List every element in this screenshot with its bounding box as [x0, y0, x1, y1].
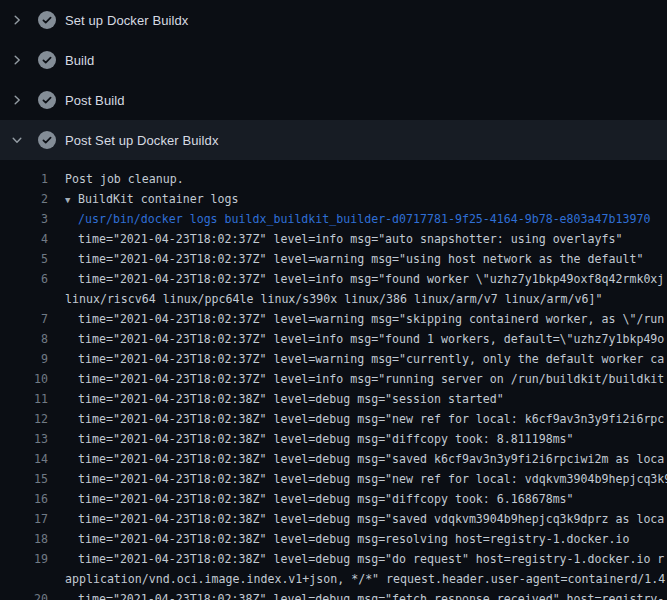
log-line: 9time="2021-04-23T18:02:37Z" level=warni… — [0, 349, 667, 369]
log-text: time="2021-04-23T18:02:37Z" level=warnin… — [78, 249, 643, 269]
log-line: 4time="2021-04-23T18:02:37Z" level=info … — [0, 229, 667, 249]
line-number[interactable]: 8 — [0, 329, 48, 349]
log-text: time="2021-04-23T18:02:38Z" level=debug … — [78, 529, 629, 549]
line-number[interactable]: 4 — [0, 229, 48, 249]
actions-log-viewer: Set up Docker BuildxBuildPost BuildPost … — [0, 0, 667, 600]
chevron-down-icon[interactable] — [11, 134, 23, 146]
step-row-0[interactable]: Set up Docker Buildx — [0, 0, 667, 40]
log-line: 3/usr/bin/docker logs buildx_buildkit_bu… — [0, 209, 667, 229]
line-number[interactable]: 12 — [0, 409, 48, 429]
step-label: Set up Docker Buildx — [65, 13, 188, 28]
log-group-header[interactable]: ▼BuildKit container logs — [65, 189, 239, 209]
log-line: 14time="2021-04-23T18:02:38Z" level=debu… — [0, 449, 667, 469]
check-circle-icon — [38, 131, 56, 149]
line-number[interactable]: 11 — [0, 389, 48, 409]
line-number — [0, 569, 48, 589]
log-text: time="2021-04-23T18:02:37Z" level=warnin… — [78, 349, 664, 369]
check-circle-icon — [38, 91, 56, 109]
log-text: time="2021-04-23T18:02:38Z" level=debug … — [78, 409, 664, 429]
log-text: time="2021-04-23T18:02:38Z" level=debug … — [78, 389, 504, 409]
line-number[interactable]: 14 — [0, 449, 48, 469]
log-text: time="2021-04-23T18:02:37Z" level=info m… — [78, 269, 664, 289]
log-text: time="2021-04-23T18:02:37Z" level=info m… — [78, 329, 664, 349]
line-number[interactable]: 6 — [0, 269, 48, 289]
check-circle-icon — [38, 11, 56, 29]
line-number[interactable]: 19 — [0, 549, 48, 569]
log-text: time="2021-04-23T18:02:38Z" level=debug … — [78, 509, 664, 529]
chevron-right-icon[interactable] — [11, 14, 23, 26]
log-text: time="2021-04-23T18:02:38Z" level=debug … — [78, 549, 664, 569]
log-text: time="2021-04-23T18:02:38Z" level=debug … — [78, 469, 667, 489]
log-line: 20time="2021-04-23T18:02:38Z" level=debu… — [0, 589, 667, 600]
log-line: 7time="2021-04-23T18:02:37Z" level=warni… — [0, 309, 667, 329]
log-text: linux/riscv64 linux/ppc64le linux/s390x … — [65, 289, 602, 309]
log-line: 6time="2021-04-23T18:02:37Z" level=info … — [0, 269, 667, 289]
line-number[interactable]: 18 — [0, 529, 48, 549]
log-text: time="2021-04-23T18:02:38Z" level=debug … — [78, 449, 664, 469]
step-row-3[interactable]: Post Set up Docker Buildx — [0, 120, 667, 160]
chevron-right-icon[interactable] — [11, 54, 23, 66]
line-number[interactable]: 13 — [0, 429, 48, 449]
log-text: time="2021-04-23T18:02:38Z" level=debug … — [78, 489, 574, 509]
log-text: time="2021-04-23T18:02:38Z" level=debug … — [78, 589, 664, 600]
log-text: time="2021-04-23T18:02:37Z" level=info m… — [78, 369, 664, 389]
log-command-text: /usr/bin/docker logs buildx_buildkit_bui… — [78, 209, 650, 229]
log-line: 11time="2021-04-23T18:02:38Z" level=debu… — [0, 389, 667, 409]
log-output: 1Post job cleanup.2▼BuildKit container l… — [0, 160, 667, 600]
line-number[interactable]: 1 — [0, 169, 48, 189]
line-number[interactable]: 5 — [0, 249, 48, 269]
check-circle-icon — [38, 51, 56, 69]
log-line: 2▼BuildKit container logs — [0, 189, 667, 209]
line-number[interactable]: 9 — [0, 349, 48, 369]
line-number[interactable]: 7 — [0, 309, 48, 329]
step-row-2[interactable]: Post Build — [0, 80, 667, 120]
step-label: Build — [65, 53, 94, 68]
log-line: 13time="2021-04-23T18:02:38Z" level=debu… — [0, 429, 667, 449]
log-line: 5time="2021-04-23T18:02:37Z" level=warni… — [0, 249, 667, 269]
log-line: 12time="2021-04-23T18:02:38Z" level=debu… — [0, 409, 667, 429]
step-label: Post Set up Docker Buildx — [65, 133, 219, 148]
log-text: application/vnd.oci.image.index.v1+json,… — [65, 569, 665, 589]
log-text: time="2021-04-23T18:02:37Z" level=warnin… — [78, 309, 664, 329]
line-number[interactable]: 17 — [0, 509, 48, 529]
line-number[interactable]: 20 — [0, 589, 48, 600]
line-number[interactable]: 10 — [0, 369, 48, 389]
disclosure-triangle-icon[interactable]: ▼ — [65, 190, 78, 209]
steps-list: Set up Docker BuildxBuildPost BuildPost … — [0, 0, 667, 160]
log-line: 16time="2021-04-23T18:02:38Z" level=debu… — [0, 489, 667, 509]
line-number — [0, 289, 48, 309]
chevron-right-icon[interactable] — [11, 94, 23, 106]
step-row-1[interactable]: Build — [0, 40, 667, 80]
log-line: 15time="2021-04-23T18:02:38Z" level=debu… — [0, 469, 667, 489]
line-number[interactable]: 15 — [0, 469, 48, 489]
log-line: 17time="2021-04-23T18:02:38Z" level=debu… — [0, 509, 667, 529]
line-number[interactable]: 2 — [0, 189, 48, 209]
log-text: Post job cleanup. — [65, 169, 184, 189]
line-number[interactable]: 3 — [0, 209, 48, 229]
log-line: 19time="2021-04-23T18:02:38Z" level=debu… — [0, 549, 667, 569]
log-text: time="2021-04-23T18:02:37Z" level=info m… — [78, 229, 622, 249]
log-group-label: BuildKit container logs — [78, 192, 239, 206]
log-text: time="2021-04-23T18:02:38Z" level=debug … — [78, 429, 574, 449]
log-line: linux/riscv64 linux/ppc64le linux/s390x … — [0, 289, 667, 309]
log-line: 8time="2021-04-23T18:02:37Z" level=info … — [0, 329, 667, 349]
line-number[interactable]: 16 — [0, 489, 48, 509]
log-line: 10time="2021-04-23T18:02:37Z" level=info… — [0, 369, 667, 389]
log-line: 1Post job cleanup. — [0, 169, 667, 189]
step-label: Post Build — [65, 93, 125, 108]
log-line: application/vnd.oci.image.index.v1+json,… — [0, 569, 667, 589]
log-line: 18time="2021-04-23T18:02:38Z" level=debu… — [0, 529, 667, 549]
